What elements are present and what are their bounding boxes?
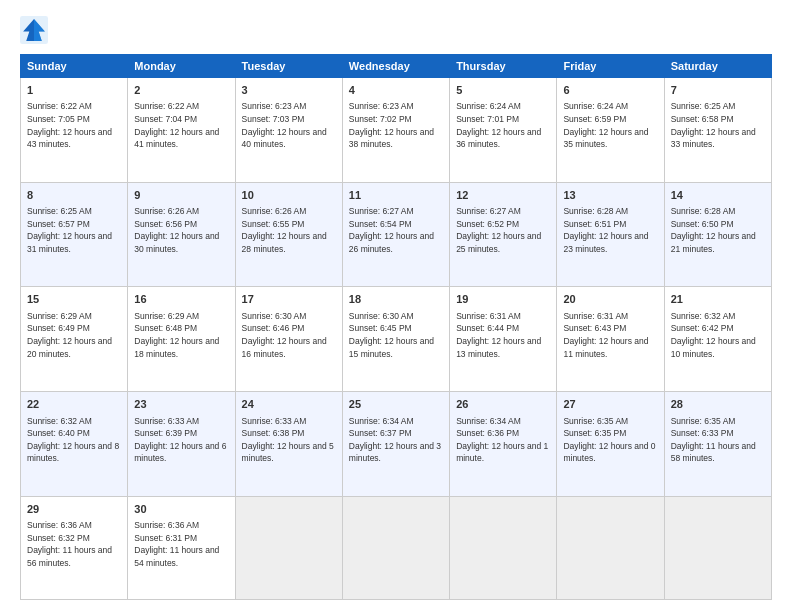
day-info: Sunrise: 6:35 AMSunset: 6:33 PMDaylight:…	[671, 416, 756, 464]
day-number: 14	[671, 188, 765, 203]
calendar-cell: 17 Sunrise: 6:30 AMSunset: 6:46 PMDaylig…	[235, 287, 342, 392]
day-info: Sunrise: 6:27 AMSunset: 6:54 PMDaylight:…	[349, 206, 434, 254]
weekday-header-row: SundayMondayTuesdayWednesdayThursdayFrid…	[21, 55, 772, 78]
day-number: 29	[27, 502, 121, 517]
day-number: 10	[242, 188, 336, 203]
day-info: Sunrise: 6:22 AMSunset: 7:04 PMDaylight:…	[134, 101, 219, 149]
calendar-cell: 1 Sunrise: 6:22 AMSunset: 7:05 PMDayligh…	[21, 78, 128, 183]
calendar-cell: 16 Sunrise: 6:29 AMSunset: 6:48 PMDaylig…	[128, 287, 235, 392]
day-info: Sunrise: 6:35 AMSunset: 6:35 PMDaylight:…	[563, 416, 655, 464]
calendar-cell	[342, 496, 449, 599]
calendar-cell: 20 Sunrise: 6:31 AMSunset: 6:43 PMDaylig…	[557, 287, 664, 392]
page: SundayMondayTuesdayWednesdayThursdayFrid…	[0, 0, 792, 612]
weekday-header-sunday: Sunday	[21, 55, 128, 78]
day-number: 1	[27, 83, 121, 98]
day-number: 4	[349, 83, 443, 98]
day-number: 13	[563, 188, 657, 203]
calendar-cell: 26 Sunrise: 6:34 AMSunset: 6:36 PMDaylig…	[450, 392, 557, 497]
weekday-header-monday: Monday	[128, 55, 235, 78]
day-number: 8	[27, 188, 121, 203]
day-info: Sunrise: 6:33 AMSunset: 6:38 PMDaylight:…	[242, 416, 334, 464]
day-number: 21	[671, 292, 765, 307]
day-number: 18	[349, 292, 443, 307]
calendar-row-2: 8 Sunrise: 6:25 AMSunset: 6:57 PMDayligh…	[21, 182, 772, 287]
calendar-cell: 15 Sunrise: 6:29 AMSunset: 6:49 PMDaylig…	[21, 287, 128, 392]
calendar-row-3: 15 Sunrise: 6:29 AMSunset: 6:49 PMDaylig…	[21, 287, 772, 392]
day-info: Sunrise: 6:24 AMSunset: 7:01 PMDaylight:…	[456, 101, 541, 149]
logo-icon	[20, 16, 48, 44]
calendar-cell: 22 Sunrise: 6:32 AMSunset: 6:40 PMDaylig…	[21, 392, 128, 497]
header	[20, 16, 772, 44]
calendar-cell: 23 Sunrise: 6:33 AMSunset: 6:39 PMDaylig…	[128, 392, 235, 497]
calendar-cell: 11 Sunrise: 6:27 AMSunset: 6:54 PMDaylig…	[342, 182, 449, 287]
calendar-cell: 14 Sunrise: 6:28 AMSunset: 6:50 PMDaylig…	[664, 182, 771, 287]
day-number: 11	[349, 188, 443, 203]
calendar-cell: 24 Sunrise: 6:33 AMSunset: 6:38 PMDaylig…	[235, 392, 342, 497]
weekday-header-friday: Friday	[557, 55, 664, 78]
calendar-row-5: 29 Sunrise: 6:36 AMSunset: 6:32 PMDaylig…	[21, 496, 772, 599]
day-info: Sunrise: 6:28 AMSunset: 6:51 PMDaylight:…	[563, 206, 648, 254]
calendar-cell: 2 Sunrise: 6:22 AMSunset: 7:04 PMDayligh…	[128, 78, 235, 183]
day-info: Sunrise: 6:31 AMSunset: 6:44 PMDaylight:…	[456, 311, 541, 359]
calendar-cell: 6 Sunrise: 6:24 AMSunset: 6:59 PMDayligh…	[557, 78, 664, 183]
calendar-cell: 10 Sunrise: 6:26 AMSunset: 6:55 PMDaylig…	[235, 182, 342, 287]
calendar-cell: 3 Sunrise: 6:23 AMSunset: 7:03 PMDayligh…	[235, 78, 342, 183]
day-info: Sunrise: 6:22 AMSunset: 7:05 PMDaylight:…	[27, 101, 112, 149]
calendar-cell: 25 Sunrise: 6:34 AMSunset: 6:37 PMDaylig…	[342, 392, 449, 497]
day-info: Sunrise: 6:32 AMSunset: 6:40 PMDaylight:…	[27, 416, 119, 464]
calendar-cell: 19 Sunrise: 6:31 AMSunset: 6:44 PMDaylig…	[450, 287, 557, 392]
calendar-cell	[235, 496, 342, 599]
calendar-row-1: 1 Sunrise: 6:22 AMSunset: 7:05 PMDayligh…	[21, 78, 772, 183]
day-number: 24	[242, 397, 336, 412]
day-info: Sunrise: 6:32 AMSunset: 6:42 PMDaylight:…	[671, 311, 756, 359]
calendar-row-4: 22 Sunrise: 6:32 AMSunset: 6:40 PMDaylig…	[21, 392, 772, 497]
day-number: 15	[27, 292, 121, 307]
day-number: 3	[242, 83, 336, 98]
calendar-cell: 8 Sunrise: 6:25 AMSunset: 6:57 PMDayligh…	[21, 182, 128, 287]
day-number: 30	[134, 502, 228, 517]
calendar-cell: 18 Sunrise: 6:30 AMSunset: 6:45 PMDaylig…	[342, 287, 449, 392]
weekday-header-saturday: Saturday	[664, 55, 771, 78]
day-info: Sunrise: 6:36 AMSunset: 6:32 PMDaylight:…	[27, 520, 112, 568]
day-number: 5	[456, 83, 550, 98]
calendar-cell: 5 Sunrise: 6:24 AMSunset: 7:01 PMDayligh…	[450, 78, 557, 183]
day-number: 12	[456, 188, 550, 203]
calendar-cell: 30 Sunrise: 6:36 AMSunset: 6:31 PMDaylig…	[128, 496, 235, 599]
calendar-cell: 12 Sunrise: 6:27 AMSunset: 6:52 PMDaylig…	[450, 182, 557, 287]
day-number: 25	[349, 397, 443, 412]
day-info: Sunrise: 6:34 AMSunset: 6:36 PMDaylight:…	[456, 416, 548, 464]
day-info: Sunrise: 6:25 AMSunset: 6:58 PMDaylight:…	[671, 101, 756, 149]
day-info: Sunrise: 6:27 AMSunset: 6:52 PMDaylight:…	[456, 206, 541, 254]
day-number: 23	[134, 397, 228, 412]
day-info: Sunrise: 6:28 AMSunset: 6:50 PMDaylight:…	[671, 206, 756, 254]
day-number: 6	[563, 83, 657, 98]
day-number: 19	[456, 292, 550, 307]
day-info: Sunrise: 6:23 AMSunset: 7:02 PMDaylight:…	[349, 101, 434, 149]
calendar-cell: 13 Sunrise: 6:28 AMSunset: 6:51 PMDaylig…	[557, 182, 664, 287]
day-info: Sunrise: 6:34 AMSunset: 6:37 PMDaylight:…	[349, 416, 441, 464]
day-info: Sunrise: 6:23 AMSunset: 7:03 PMDaylight:…	[242, 101, 327, 149]
day-info: Sunrise: 6:31 AMSunset: 6:43 PMDaylight:…	[563, 311, 648, 359]
day-info: Sunrise: 6:26 AMSunset: 6:55 PMDaylight:…	[242, 206, 327, 254]
day-number: 9	[134, 188, 228, 203]
calendar-cell: 29 Sunrise: 6:36 AMSunset: 6:32 PMDaylig…	[21, 496, 128, 599]
day-number: 16	[134, 292, 228, 307]
day-info: Sunrise: 6:36 AMSunset: 6:31 PMDaylight:…	[134, 520, 219, 568]
calendar-cell: 7 Sunrise: 6:25 AMSunset: 6:58 PMDayligh…	[664, 78, 771, 183]
day-info: Sunrise: 6:29 AMSunset: 6:49 PMDaylight:…	[27, 311, 112, 359]
calendar-table: SundayMondayTuesdayWednesdayThursdayFrid…	[20, 54, 772, 600]
day-number: 17	[242, 292, 336, 307]
day-info: Sunrise: 6:30 AMSunset: 6:45 PMDaylight:…	[349, 311, 434, 359]
calendar-cell: 28 Sunrise: 6:35 AMSunset: 6:33 PMDaylig…	[664, 392, 771, 497]
day-number: 26	[456, 397, 550, 412]
calendar-cell: 9 Sunrise: 6:26 AMSunset: 6:56 PMDayligh…	[128, 182, 235, 287]
calendar-cell: 27 Sunrise: 6:35 AMSunset: 6:35 PMDaylig…	[557, 392, 664, 497]
day-info: Sunrise: 6:26 AMSunset: 6:56 PMDaylight:…	[134, 206, 219, 254]
calendar-cell	[557, 496, 664, 599]
day-info: Sunrise: 6:24 AMSunset: 6:59 PMDaylight:…	[563, 101, 648, 149]
calendar-cell: 21 Sunrise: 6:32 AMSunset: 6:42 PMDaylig…	[664, 287, 771, 392]
day-info: Sunrise: 6:25 AMSunset: 6:57 PMDaylight:…	[27, 206, 112, 254]
weekday-header-tuesday: Tuesday	[235, 55, 342, 78]
day-number: 20	[563, 292, 657, 307]
day-number: 22	[27, 397, 121, 412]
